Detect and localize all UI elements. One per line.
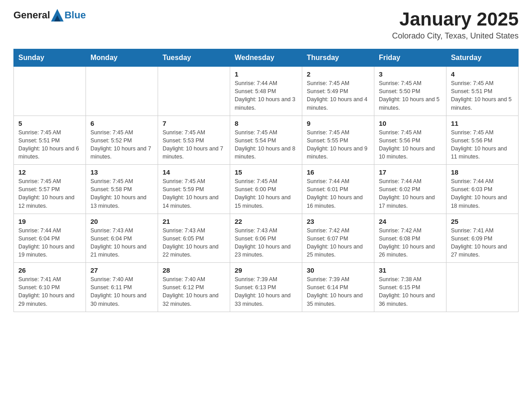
day-info: Sunrise: 7:45 AM Sunset: 5:57 PM Dayligh… bbox=[18, 177, 81, 210]
calendar-cell: 4Sunrise: 7:45 AM Sunset: 5:51 PM Daylig… bbox=[446, 67, 518, 116]
day-info: Sunrise: 7:44 AM Sunset: 6:04 PM Dayligh… bbox=[18, 227, 81, 259]
calendar-cell: 24Sunrise: 7:42 AM Sunset: 6:08 PM Dayli… bbox=[374, 214, 446, 263]
day-number: 23 bbox=[307, 218, 369, 225]
day-number: 24 bbox=[379, 218, 442, 225]
day-info: Sunrise: 7:45 AM Sunset: 5:55 PM Dayligh… bbox=[307, 128, 369, 161]
day-number: 29 bbox=[235, 266, 297, 274]
calendar-cell bbox=[158, 67, 230, 116]
day-number: 25 bbox=[451, 218, 514, 225]
day-number: 9 bbox=[307, 120, 369, 127]
month-year-title: January 2025 bbox=[392, 9, 519, 30]
day-number: 5 bbox=[18, 120, 81, 127]
day-info: Sunrise: 7:45 AM Sunset: 6:00 PM Dayligh… bbox=[235, 177, 297, 210]
day-info: Sunrise: 7:40 AM Sunset: 6:11 PM Dayligh… bbox=[90, 275, 153, 308]
day-number: 14 bbox=[163, 168, 225, 176]
day-info: Sunrise: 7:45 AM Sunset: 5:49 PM Dayligh… bbox=[307, 79, 369, 112]
day-info: Sunrise: 7:44 AM Sunset: 6:03 PM Dayligh… bbox=[451, 177, 514, 210]
day-number: 11 bbox=[451, 120, 514, 127]
day-info: Sunrise: 7:45 AM Sunset: 5:51 PM Dayligh… bbox=[18, 128, 81, 161]
day-number: 17 bbox=[379, 168, 442, 176]
calendar-cell: 28Sunrise: 7:40 AM Sunset: 6:12 PM Dayli… bbox=[158, 263, 230, 312]
calendar-cell: 29Sunrise: 7:39 AM Sunset: 6:13 PM Dayli… bbox=[230, 263, 302, 312]
day-number: 3 bbox=[379, 70, 442, 78]
calendar-cell: 25Sunrise: 7:41 AM Sunset: 6:09 PM Dayli… bbox=[446, 214, 518, 263]
day-info: Sunrise: 7:42 AM Sunset: 6:08 PM Dayligh… bbox=[379, 227, 442, 259]
day-info: Sunrise: 7:39 AM Sunset: 6:14 PM Dayligh… bbox=[307, 275, 369, 308]
title-block: January 2025 Colorado City, Texas, Unite… bbox=[392, 9, 519, 41]
day-info: Sunrise: 7:41 AM Sunset: 6:09 PM Dayligh… bbox=[451, 227, 514, 259]
calendar-week-row: 26Sunrise: 7:41 AM Sunset: 6:10 PM Dayli… bbox=[14, 263, 519, 312]
day-info: Sunrise: 7:43 AM Sunset: 6:04 PM Dayligh… bbox=[90, 227, 153, 259]
weekday-header-monday: Monday bbox=[86, 49, 158, 67]
day-info: Sunrise: 7:43 AM Sunset: 6:06 PM Dayligh… bbox=[235, 227, 297, 259]
weekday-header-wednesday: Wednesday bbox=[230, 49, 302, 67]
day-number: 27 bbox=[90, 266, 153, 274]
calendar-cell: 17Sunrise: 7:44 AM Sunset: 6:02 PM Dayli… bbox=[374, 165, 446, 214]
calendar-cell: 6Sunrise: 7:45 AM Sunset: 5:52 PM Daylig… bbox=[86, 116, 158, 165]
day-number: 13 bbox=[90, 168, 153, 176]
day-number: 26 bbox=[18, 266, 81, 274]
weekday-header-row: SundayMondayTuesdayWednesdayThursdayFrid… bbox=[14, 49, 519, 67]
day-info: Sunrise: 7:45 AM Sunset: 5:52 PM Dayligh… bbox=[90, 128, 153, 161]
calendar-cell: 22Sunrise: 7:43 AM Sunset: 6:06 PM Dayli… bbox=[230, 214, 302, 263]
day-info: Sunrise: 7:44 AM Sunset: 5:48 PM Dayligh… bbox=[235, 79, 297, 112]
calendar-cell: 31Sunrise: 7:38 AM Sunset: 6:15 PM Dayli… bbox=[374, 263, 446, 312]
calendar-cell: 2Sunrise: 7:45 AM Sunset: 5:49 PM Daylig… bbox=[302, 67, 374, 116]
day-info: Sunrise: 7:45 AM Sunset: 5:59 PM Dayligh… bbox=[163, 177, 225, 210]
calendar-cell: 9Sunrise: 7:45 AM Sunset: 5:55 PM Daylig… bbox=[302, 116, 374, 165]
day-number: 4 bbox=[451, 70, 514, 78]
day-number: 8 bbox=[235, 120, 297, 127]
calendar-cell bbox=[446, 263, 518, 312]
page-header: General Blue January 2025 Colorado City,… bbox=[13, 9, 519, 41]
weekday-header-sunday: Sunday bbox=[14, 49, 86, 67]
logo: General Blue bbox=[13, 9, 86, 21]
calendar-cell: 7Sunrise: 7:45 AM Sunset: 5:53 PM Daylig… bbox=[158, 116, 230, 165]
day-info: Sunrise: 7:39 AM Sunset: 6:13 PM Dayligh… bbox=[235, 275, 297, 308]
calendar-cell: 14Sunrise: 7:45 AM Sunset: 5:59 PM Dayli… bbox=[158, 165, 230, 214]
calendar-cell: 16Sunrise: 7:44 AM Sunset: 6:01 PM Dayli… bbox=[302, 165, 374, 214]
day-info: Sunrise: 7:45 AM Sunset: 5:54 PM Dayligh… bbox=[235, 128, 297, 161]
calendar-table: SundayMondayTuesdayWednesdayThursdayFrid… bbox=[13, 49, 519, 312]
day-number: 2 bbox=[307, 70, 369, 78]
day-info: Sunrise: 7:45 AM Sunset: 5:58 PM Dayligh… bbox=[90, 177, 153, 210]
day-info: Sunrise: 7:44 AM Sunset: 6:02 PM Dayligh… bbox=[379, 177, 442, 210]
calendar-week-row: 12Sunrise: 7:45 AM Sunset: 5:57 PM Dayli… bbox=[14, 165, 519, 214]
day-number: 1 bbox=[235, 70, 297, 78]
calendar-cell bbox=[86, 67, 158, 116]
calendar-week-row: 1Sunrise: 7:44 AM Sunset: 5:48 PM Daylig… bbox=[14, 67, 519, 116]
day-info: Sunrise: 7:45 AM Sunset: 5:51 PM Dayligh… bbox=[451, 79, 514, 112]
day-number: 18 bbox=[451, 168, 514, 176]
logo-icon bbox=[51, 9, 64, 21]
calendar-cell: 26Sunrise: 7:41 AM Sunset: 6:10 PM Dayli… bbox=[14, 263, 86, 312]
calendar-cell: 21Sunrise: 7:43 AM Sunset: 6:05 PM Dayli… bbox=[158, 214, 230, 263]
weekday-header-saturday: Saturday bbox=[446, 49, 518, 67]
day-number: 28 bbox=[163, 266, 225, 274]
calendar-cell: 30Sunrise: 7:39 AM Sunset: 6:14 PM Dayli… bbox=[302, 263, 374, 312]
calendar-cell: 3Sunrise: 7:45 AM Sunset: 5:50 PM Daylig… bbox=[374, 67, 446, 116]
day-info: Sunrise: 7:43 AM Sunset: 6:05 PM Dayligh… bbox=[163, 227, 225, 259]
calendar-week-row: 5Sunrise: 7:45 AM Sunset: 5:51 PM Daylig… bbox=[14, 116, 519, 165]
day-number: 6 bbox=[90, 120, 153, 127]
day-number: 15 bbox=[235, 168, 297, 176]
calendar-cell bbox=[14, 67, 86, 116]
calendar-cell: 15Sunrise: 7:45 AM Sunset: 6:00 PM Dayli… bbox=[230, 165, 302, 214]
day-info: Sunrise: 7:45 AM Sunset: 5:56 PM Dayligh… bbox=[379, 128, 442, 161]
day-number: 31 bbox=[379, 266, 442, 274]
calendar-cell: 12Sunrise: 7:45 AM Sunset: 5:57 PM Dayli… bbox=[14, 165, 86, 214]
day-number: 22 bbox=[235, 218, 297, 225]
day-number: 21 bbox=[163, 218, 225, 225]
logo-general-text: General bbox=[13, 9, 50, 21]
day-info: Sunrise: 7:45 AM Sunset: 5:53 PM Dayligh… bbox=[163, 128, 225, 161]
day-number: 10 bbox=[379, 120, 442, 127]
calendar-cell: 11Sunrise: 7:45 AM Sunset: 5:56 PM Dayli… bbox=[446, 116, 518, 165]
weekday-header-friday: Friday bbox=[374, 49, 446, 67]
calendar-cell: 20Sunrise: 7:43 AM Sunset: 6:04 PM Dayli… bbox=[86, 214, 158, 263]
day-number: 19 bbox=[18, 218, 81, 225]
day-number: 16 bbox=[307, 168, 369, 176]
day-info: Sunrise: 7:42 AM Sunset: 6:07 PM Dayligh… bbox=[307, 227, 369, 259]
calendar-week-row: 19Sunrise: 7:44 AM Sunset: 6:04 PM Dayli… bbox=[14, 214, 519, 263]
day-info: Sunrise: 7:45 AM Sunset: 5:50 PM Dayligh… bbox=[379, 79, 442, 112]
day-info: Sunrise: 7:40 AM Sunset: 6:12 PM Dayligh… bbox=[163, 275, 225, 308]
logo-blue-text: Blue bbox=[64, 9, 86, 21]
location-subtitle: Colorado City, Texas, United States bbox=[392, 31, 519, 41]
